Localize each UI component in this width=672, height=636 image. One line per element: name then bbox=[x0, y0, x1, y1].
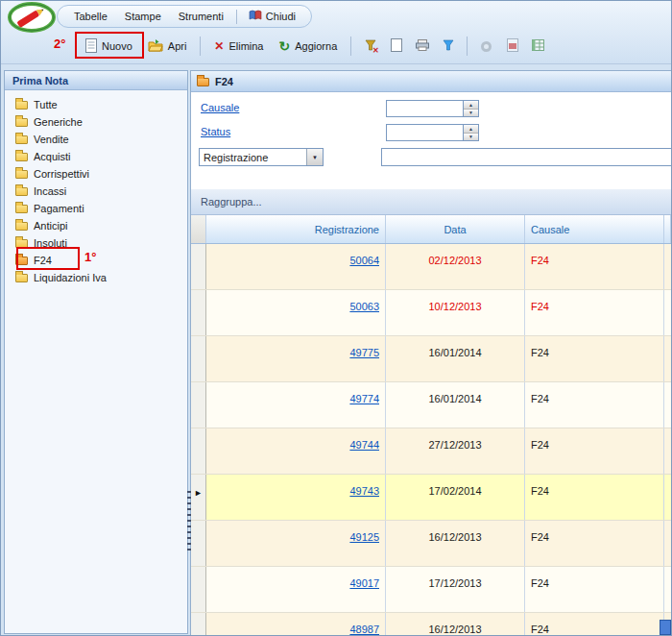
sidebar-item-vendite[interactable]: Vendite bbox=[5, 131, 187, 148]
sidebar-item-pagamenti[interactable]: Pagamenti bbox=[5, 200, 187, 217]
spinner-down-icon[interactable]: ▼ bbox=[464, 110, 478, 117]
menu-stampe[interactable]: Stampe bbox=[116, 8, 170, 25]
causale-filter-field: ▲ ▼ bbox=[386, 100, 479, 117]
status-input[interactable] bbox=[387, 125, 463, 140]
blank-page-icon bbox=[391, 38, 402, 54]
export-pdf-button[interactable] bbox=[499, 35, 525, 58]
table-row[interactable]: 49775 16/01/2014 F24 bbox=[191, 336, 671, 382]
nuovo-button[interactable]: Nuovo bbox=[78, 34, 140, 60]
pdf-icon bbox=[507, 38, 518, 54]
column-header-registrazione[interactable]: Registrazione bbox=[206, 215, 386, 243]
row-marker-header bbox=[191, 215, 206, 243]
sidebar-item-label: Insoluti bbox=[34, 237, 67, 249]
main-panel: F24 Causale ▲ ▼ Status ▲ ▼ Registrazio bbox=[190, 70, 671, 635]
menu-tabelle[interactable]: Tabelle bbox=[65, 8, 116, 25]
registration-link[interactable]: 49017 bbox=[349, 577, 379, 589]
sidebar-item-label: Generiche bbox=[34, 116, 83, 128]
row-marker-cell bbox=[191, 567, 206, 612]
toolbar-separator bbox=[350, 37, 351, 56]
main-tab-header: F24 bbox=[191, 71, 671, 92]
cell-causale: F24 bbox=[525, 290, 664, 335]
sidebar-item-incassi[interactable]: Incassi bbox=[5, 183, 187, 200]
spinner-down-icon[interactable]: ▼ bbox=[464, 134, 478, 141]
panel-splitter[interactable] bbox=[187, 491, 191, 552]
clear-filter-button[interactable]: ✕ bbox=[357, 35, 383, 58]
sidebar-item-liquidazioni-iva[interactable]: Liquidazioni Iva bbox=[5, 269, 187, 286]
registration-link[interactable]: 48987 bbox=[349, 624, 379, 635]
folder-icon bbox=[15, 187, 28, 196]
book-icon bbox=[249, 10, 262, 23]
top-bar: Tabelle Stampe Strumenti Chiudi N bbox=[1, 1, 671, 64]
new-page-button[interactable] bbox=[383, 35, 409, 58]
sidebar-item-corrispettivi[interactable]: Corrispettivi bbox=[5, 165, 187, 183]
table-row[interactable]: 49017 17/12/2013 F24 bbox=[191, 567, 671, 613]
cell-clipped bbox=[664, 244, 671, 289]
registration-link[interactable]: 49774 bbox=[349, 393, 379, 404]
causale-spinner: ▲ ▼ bbox=[463, 101, 478, 116]
column-header-data[interactable]: Data bbox=[386, 215, 525, 243]
cell-causale: F24 bbox=[525, 382, 664, 428]
app-logo-pencil-icon bbox=[8, 2, 56, 35]
table-row[interactable]: 50064 02/12/2013 F24 bbox=[191, 244, 671, 290]
cell-causale: F24 bbox=[525, 244, 664, 289]
cell-data: 02/12/2013 bbox=[386, 244, 525, 289]
folder-icon bbox=[15, 153, 28, 161]
sidebar-item-label: F24 bbox=[34, 255, 52, 266]
filter-button[interactable] bbox=[435, 35, 461, 58]
column-header-clipped[interactable] bbox=[664, 215, 671, 243]
causale-input[interactable] bbox=[387, 101, 463, 116]
causale-filter-link[interactable]: Causale bbox=[201, 102, 239, 113]
table-row[interactable]: 49744 27/12/2013 F24 bbox=[191, 428, 671, 475]
table-row[interactable]: 49774 16/01/2014 F24 bbox=[191, 382, 671, 428]
sidebar-item-label: Corrispettivi bbox=[34, 168, 89, 180]
table-row[interactable]: 49125 16/12/2013 F24 bbox=[191, 521, 671, 567]
menu-strumenti[interactable]: Strumenti bbox=[170, 8, 232, 25]
cell-clipped bbox=[664, 290, 671, 335]
print-button[interactable] bbox=[409, 35, 435, 58]
registration-link[interactable]: 50063 bbox=[349, 301, 379, 312]
export-excel-button[interactable] bbox=[525, 35, 551, 58]
group-by-bar[interactable]: Raggruppa... bbox=[191, 189, 671, 215]
cell-data: 27/12/2013 bbox=[386, 428, 525, 474]
registration-link[interactable]: 49125 bbox=[349, 531, 379, 543]
menu-chiudi-label: Chiudi bbox=[266, 11, 296, 22]
sidebar-title: Prima Nota bbox=[5, 71, 187, 90]
column-header-causale[interactable]: Causale bbox=[525, 215, 664, 243]
sidebar-item-generiche[interactable]: Generiche bbox=[5, 113, 187, 131]
spinner-up-icon[interactable]: ▲ bbox=[464, 101, 478, 110]
folder-icon bbox=[15, 101, 28, 110]
sidebar-item-anticipi[interactable]: Anticipi bbox=[5, 217, 187, 234]
toolbar-separator bbox=[200, 37, 201, 56]
spinner-up-icon[interactable]: ▲ bbox=[464, 125, 478, 134]
registration-link[interactable]: 49743 bbox=[349, 485, 379, 497]
table-row[interactable]: 48987 16/12/2013 F24 bbox=[191, 613, 671, 635]
folder-icon bbox=[15, 222, 28, 231]
annotation-step2-label: 2° bbox=[54, 37, 65, 51]
apri-button[interactable]: Apri bbox=[140, 35, 195, 59]
sidebar-item-tutte[interactable]: Tutte bbox=[5, 96, 187, 113]
status-filter-link[interactable]: Status bbox=[201, 126, 230, 137]
search-type-combobox[interactable]: Registrazione ▼ bbox=[199, 148, 324, 166]
folder-icon bbox=[197, 78, 209, 86]
cell-causale: F24 bbox=[525, 336, 664, 381]
cell-data: 16/12/2013 bbox=[386, 521, 525, 566]
table-row[interactable]: 50063 10/12/2013 F24 bbox=[191, 290, 671, 336]
chevron-down-icon[interactable]: ▼ bbox=[306, 149, 323, 165]
cell-causale: F24 bbox=[525, 428, 664, 474]
menu-chiudi[interactable]: Chiudi bbox=[241, 7, 303, 26]
table-row-selected[interactable]: ► 49743 17/02/2014 F24 bbox=[191, 475, 671, 521]
scrollbar-button[interactable] bbox=[660, 620, 671, 635]
registration-link[interactable]: 49744 bbox=[349, 439, 379, 451]
clock-button[interactable] bbox=[473, 35, 499, 58]
cell-clipped bbox=[664, 428, 671, 474]
elimina-button[interactable]: ✕ Elimina bbox=[206, 35, 271, 58]
cell-causale: F24 bbox=[525, 567, 664, 612]
status-spinner: ▲ ▼ bbox=[463, 125, 478, 140]
registration-link[interactable]: 50064 bbox=[349, 255, 379, 266]
registration-link[interactable]: 49775 bbox=[349, 347, 379, 358]
sidebar-item-acquisti[interactable]: Acquisti bbox=[5, 148, 187, 165]
aggiorna-button[interactable]: ↻ Aggiorna bbox=[272, 36, 346, 57]
search-value-input[interactable] bbox=[381, 148, 671, 166]
cell-data: 17/12/2013 bbox=[386, 567, 525, 612]
cell-registrazione: 50064 bbox=[206, 244, 386, 289]
